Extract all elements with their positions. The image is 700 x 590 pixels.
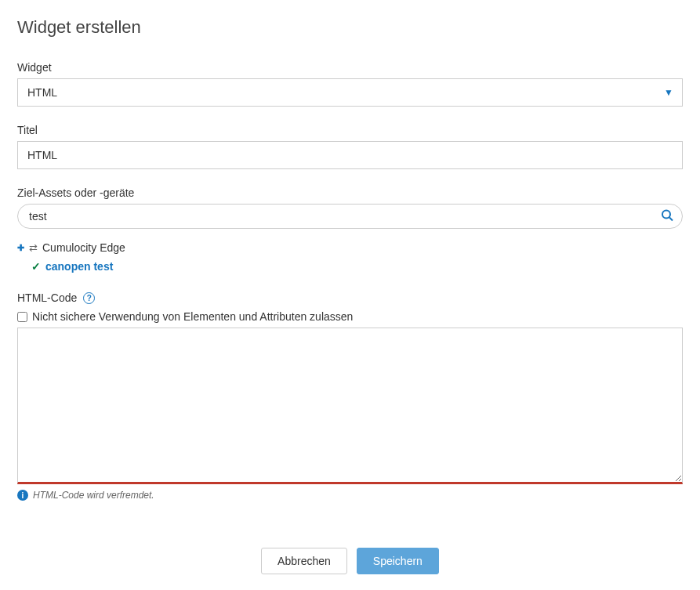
page-title: Widget erstellen xyxy=(17,17,683,38)
swap-icon: ⇄ xyxy=(29,242,38,254)
widget-select[interactable]: HTML xyxy=(17,78,683,107)
htmlcode-textarea[interactable] xyxy=(17,328,683,484)
help-icon[interactable]: ? xyxy=(83,292,95,304)
widget-label: Widget xyxy=(17,61,683,74)
widget-field: Widget HTML ▼ xyxy=(17,61,683,107)
tree-item-parent[interactable]: ✚ ⇄ Cumulocity Edge xyxy=(17,240,683,255)
cancel-button[interactable]: Abbrechen xyxy=(261,548,347,574)
asset-tree: ✚ ⇄ Cumulocity Edge ✓ canopen test xyxy=(17,240,683,274)
search-icon[interactable] xyxy=(661,209,673,224)
tree-parent-label: Cumulocity Edge xyxy=(42,241,125,254)
save-button[interactable]: Speichern xyxy=(357,548,439,574)
svg-line-1 xyxy=(669,218,673,221)
footer: Abbrechen Speichern xyxy=(0,535,700,590)
unsafe-checkbox-label: Nicht sichere Verwendung von Elementen u… xyxy=(32,310,353,323)
htmlcode-field: HTML-Code ? Nicht sichere Verwendung von… xyxy=(17,291,683,501)
svg-point-0 xyxy=(662,211,670,219)
title-label: Titel xyxy=(17,124,683,136)
title-field: Titel xyxy=(17,124,683,169)
title-input[interactable] xyxy=(17,141,683,169)
info-icon: i xyxy=(17,490,28,501)
expand-icon[interactable]: ✚ xyxy=(17,243,24,253)
check-icon: ✓ xyxy=(31,260,41,273)
htmlcode-label: HTML-Code xyxy=(17,291,77,304)
tree-child-label: canopen test xyxy=(45,260,113,273)
target-field: Ziel-Assets oder -geräte ✚ ⇄ Cumulocity … xyxy=(17,186,683,274)
target-label: Ziel-Assets oder -geräte xyxy=(17,186,683,199)
htmlcode-hint: HTML-Code wird verfremdet. xyxy=(33,490,154,501)
tree-item-child[interactable]: ✓ canopen test xyxy=(31,259,683,274)
unsafe-checkbox[interactable] xyxy=(17,312,27,322)
target-search-input[interactable] xyxy=(17,204,683,229)
